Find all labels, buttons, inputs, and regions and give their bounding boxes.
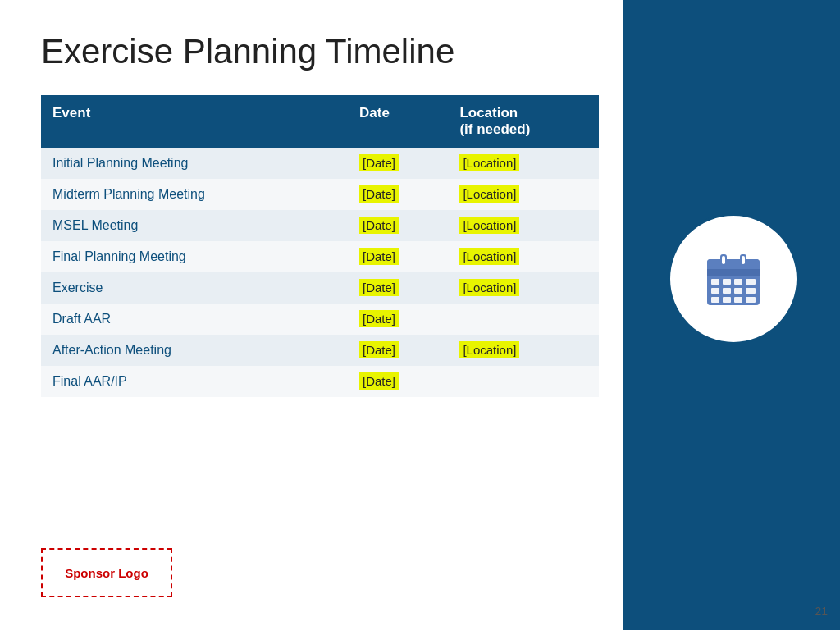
svg-rect-2: [707, 269, 760, 276]
table-row: Initial Planning Meeting[Date][Location]: [41, 148, 599, 179]
cell-location: [448, 366, 599, 397]
table-row: Midterm Planning Meeting[Date][Location]: [41, 179, 599, 210]
calendar-circle: [668, 213, 799, 345]
page-title: Exercise Planning Timeline: [41, 33, 591, 71]
cell-location: [Location]: [448, 272, 599, 304]
table-row: Exercise[Date][Location]: [41, 272, 599, 304]
page-number: 21: [815, 605, 828, 618]
calendar-icon: [701, 246, 766, 312]
table-row: Draft AAR[Date]: [41, 304, 599, 335]
cell-location: [448, 304, 599, 335]
header-location: Location(if needed): [448, 95, 599, 148]
table-row: Final AAR/IP[Date]: [41, 366, 599, 397]
cell-event: Final AAR/IP: [41, 366, 348, 397]
svg-rect-15: [711, 297, 719, 303]
svg-rect-13: [734, 288, 742, 294]
cell-date: [Date]: [348, 304, 448, 335]
cell-event: Exercise: [41, 272, 348, 304]
cell-event: Final Planning Meeting: [41, 241, 348, 272]
svg-rect-14: [746, 288, 756, 294]
main-content: Exercise Planning Timeline Event Date Lo…: [0, 0, 623, 630]
table-body: Initial Planning Meeting[Date][Location]…: [41, 148, 599, 397]
cell-date: [Date]: [348, 366, 448, 397]
svg-rect-9: [734, 279, 742, 285]
svg-rect-7: [711, 279, 719, 285]
svg-rect-17: [734, 297, 742, 303]
header-date: Date: [348, 95, 448, 148]
table-row: MSEL Meeting[Date][Location]: [41, 210, 599, 241]
svg-rect-16: [723, 297, 731, 303]
cell-location: [Location]: [448, 148, 599, 179]
svg-rect-8: [723, 279, 731, 285]
cell-date: [Date]: [348, 210, 448, 241]
cell-event: Initial Planning Meeting: [41, 148, 348, 179]
cell-location: [Location]: [448, 335, 599, 366]
cell-location: [Location]: [448, 179, 599, 210]
table-row: After-Action Meeting[Date][Location]: [41, 335, 599, 366]
svg-rect-10: [746, 279, 756, 285]
svg-rect-18: [746, 297, 756, 303]
cell-event: After-Action Meeting: [41, 335, 348, 366]
cell-date: [Date]: [348, 335, 448, 366]
cell-date: [Date]: [348, 241, 448, 272]
table-header-row: Event Date Location(if needed): [41, 95, 599, 148]
cell-event: MSEL Meeting: [41, 210, 348, 241]
svg-rect-12: [723, 288, 731, 294]
cell-location: [Location]: [448, 241, 599, 272]
header-event: Event: [41, 95, 348, 148]
svg-rect-5: [722, 256, 725, 264]
cell-event: Midterm Planning Meeting: [41, 179, 348, 210]
cell-event: Draft AAR: [41, 304, 348, 335]
svg-rect-6: [742, 256, 745, 264]
sponsor-label: Sponsor Logo: [65, 566, 148, 580]
sponsor-logo-box: Sponsor Logo: [41, 548, 172, 597]
cell-date: [Date]: [348, 179, 448, 210]
cell-date: [Date]: [348, 272, 448, 304]
planning-table: Event Date Location(if needed) Initial P…: [41, 95, 599, 397]
cell-location: [Location]: [448, 210, 599, 241]
cell-date: [Date]: [348, 148, 448, 179]
svg-rect-11: [711, 288, 719, 294]
table-row: Final Planning Meeting[Date][Location]: [41, 241, 599, 272]
table-wrapper: Event Date Location(if needed) Initial P…: [41, 95, 599, 397]
